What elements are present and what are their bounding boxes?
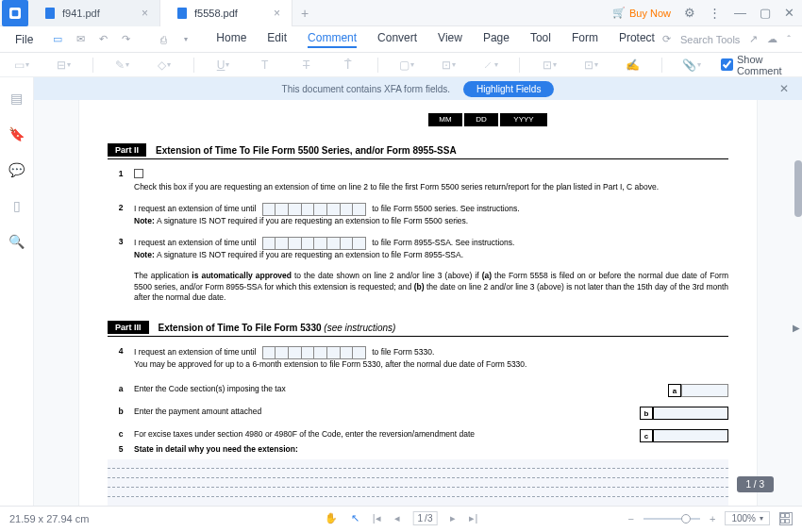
new-tab-button[interactable]: + [292,0,317,25]
title-right: 🛒 Buy Now ⚙ ⋮ — ▢ ✕ [612,6,802,20]
buy-now-link[interactable]: 🛒 Buy Now [612,7,671,19]
form-line-a: a Enter the Code section(s) imposing the… [108,384,728,397]
doc-icon [45,8,55,19]
highlight-tool[interactable]: ✎▾ [110,57,135,74]
settings-icon[interactable]: ⚙ [684,6,695,20]
text-tool[interactable]: T [253,57,277,74]
cloud-icon[interactable]: ☁ [767,33,777,45]
date-field-line2[interactable] [262,203,366,216]
bookmarks-icon[interactable]: 🔖 [8,126,25,141]
attachments-icon[interactable]: ▯ [13,198,21,213]
shape-tool[interactable]: ▢▾ [394,57,419,74]
mail-icon[interactable]: ✉ [71,30,90,49]
strikeout-tool[interactable]: T [294,57,319,74]
tab-home[interactable]: Home [216,31,246,48]
prev-page-icon[interactable]: ◂ [394,512,400,524]
next-page-icon[interactable]: ▸ [450,512,456,524]
tab-view[interactable]: View [438,31,462,48]
signature-tool[interactable]: ✍ [620,57,644,74]
tab-form[interactable]: Form [572,31,598,48]
first-page-icon[interactable]: |◂ [373,512,381,524]
measure-tool[interactable]: ⟋▾ [477,57,502,74]
tab-page[interactable]: Page [483,31,510,48]
form-line-c: c For excise taxes under section 4980 or… [108,429,728,442]
zoom-slider[interactable] [643,518,700,520]
workspace: ▤ 🔖 💬 ▯ 🔍 This document contains XFA for… [0,77,802,506]
fit-page-icon[interactable] [779,512,793,525]
maximize-icon[interactable]: ▢ [760,6,771,20]
amount-field-b[interactable] [653,407,728,420]
more-icon[interactable]: ⋮ [709,6,721,20]
zoom-select[interactable]: 100%▾ [725,511,770,525]
expand-right-icon[interactable]: ▶ [793,323,800,333]
textbox-tool[interactable]: ⊟▾ [51,57,75,74]
tab-edit[interactable]: Edit [267,31,287,48]
form-line-5: 5 State in detail why you need the exten… [108,444,728,454]
banner-close-icon[interactable]: ✕ [779,82,789,95]
select-tool-icon[interactable]: ↖ [351,512,359,524]
last-page-icon[interactable]: ▸| [469,512,477,524]
document-area: This document contains XFA form fields. … [34,77,802,506]
auto-approve-para: The application is automatically approve… [108,271,728,305]
tab-protect[interactable]: Protect [619,31,655,48]
ribbon-tabs: Home Edit Comment Convert View Page Tool… [216,31,655,48]
caret-tool[interactable]: T̂ [336,57,360,74]
redo-icon[interactable]: ↷ [116,30,135,49]
eraser-tool[interactable]: ◇▾ [152,57,176,74]
extension-reason-lines[interactable] [108,459,728,506]
save-icon[interactable]: ▭ [48,30,67,49]
highlight-fields-button[interactable]: Highlight Fields [463,81,554,97]
attach-tool[interactable]: 📎▾ [679,57,704,74]
tab-comment[interactable]: Comment [308,31,357,48]
comments-icon[interactable]: 💬 [8,162,25,177]
show-comment-toggle[interactable]: Show Comment [721,54,793,76]
refresh-icon[interactable]: ⟳ [662,33,671,45]
note-tool[interactable]: ▭▾ [9,57,34,74]
close-icon[interactable]: × [142,7,148,20]
thumbnails-icon[interactable]: ▤ [10,91,23,106]
external-icon[interactable]: ↗ [749,33,758,45]
zoom-in-icon[interactable]: + [710,513,715,524]
print-icon[interactable]: ⎙ [154,30,173,49]
page-number-input[interactable]: 1/3 [413,511,438,525]
part2-header: Part II Extension of Time To File Form 5… [108,143,728,159]
page-indicator-badge: 1 / 3 [737,476,774,492]
search-icon[interactable]: 🔍 [8,234,25,249]
show-comment-checkbox[interactable] [721,58,733,71]
tab-tool[interactable]: Tool [530,31,551,48]
tab-label: f5558.pdf [194,8,238,19]
date-field-line3[interactable] [262,237,366,250]
undo-icon[interactable]: ↶ [93,30,112,49]
callout-tool[interactable]: ⊡▾ [436,57,460,74]
amount-field-c[interactable] [653,429,728,442]
close-window-icon[interactable]: ✕ [784,6,794,20]
tab-f941[interactable]: f941.pdf × [28,0,160,26]
close-icon[interactable]: × [274,7,280,20]
search-input[interactable]: Search Tools [680,34,740,45]
print-caret-icon[interactable]: ▾ [176,30,195,49]
scrollbar[interactable] [794,160,802,217]
tab-convert[interactable]: Convert [377,31,417,48]
stamp-tool[interactable]: ⊡▾ [537,57,561,74]
cart-icon: 🛒 [612,7,626,19]
minimize-icon[interactable]: — [734,6,746,20]
code-field-a[interactable] [681,384,728,397]
pdf-app-icon [8,6,23,21]
document-tabs: f941.pdf × f5558.pdf × + [28,0,317,25]
form-line-4: 4 I request an extension of time until t… [108,346,728,371]
hand-tool-icon[interactable]: ✋ [325,512,338,524]
title-bar: f941.pdf × f5558.pdf × + 🛒 Buy Now ⚙ ⋮ —… [0,0,802,26]
stamp2-tool[interactable]: ⊡▾ [578,57,603,74]
tab-f5558[interactable]: f5558.pdf × [160,0,292,26]
checkbox-line1[interactable] [134,169,143,178]
zoom-out-icon[interactable]: − [628,513,634,524]
collapse-icon[interactable]: ˆ [787,34,791,45]
pdf-page[interactable]: MM DD YYYY Part II Extension of Time To … [78,100,758,506]
underline-tool[interactable]: U▾ [211,57,236,74]
page-dimensions: 21.59 x 27.94 cm [9,513,89,524]
date-field-line4[interactable] [262,346,366,359]
comment-toolbar: ▭▾ ⊟▾ ✎▾ ◇▾ U▾ T T T̂ ▢▾ ⊡▾ ⟋▾ ⊡▾ ⊡▾ ✍ 📎… [0,53,802,77]
banner-text: This document contains XFA form fields. [282,84,450,94]
form-line-b: b Enter the payment amount attached b [108,407,728,420]
file-menu[interactable]: File [4,33,44,46]
